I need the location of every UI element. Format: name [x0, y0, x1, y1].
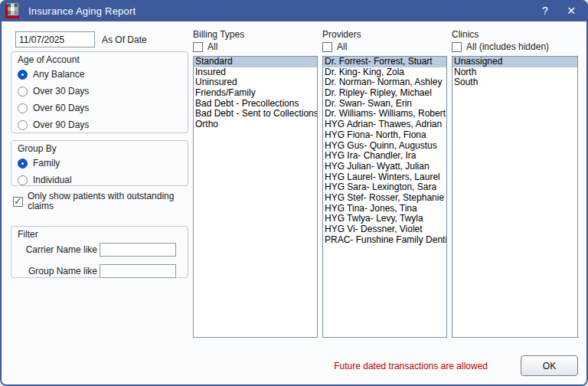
ok-button[interactable]: OK	[521, 355, 578, 376]
group-by-title: Group By	[18, 143, 188, 155]
list-item[interactable]: South	[452, 77, 577, 88]
list-item[interactable]: Dr. Ripley- Ripley, Michael	[323, 88, 446, 99]
providers-listbox[interactable]: Dr. Forrest- Forrest, StuartDr. King- Ki…	[322, 56, 447, 338]
insurance-aging-report-dialog: Insurance Aging Report ? ✕ As Of Date Ag…	[0, 0, 588, 386]
group-by-options: FamilyIndividual	[11, 156, 188, 187]
list-item[interactable]: North	[452, 67, 577, 78]
filter-fields: Carrier Name likeGroup Name like	[11, 242, 188, 279]
checkbox-icon[interactable]	[13, 197, 23, 207]
list-item[interactable]: Insured	[194, 67, 317, 78]
radio-option-over-30-days[interactable]: Over 30 Days	[18, 84, 188, 98]
filter-row-carrier-name: Carrier Name like	[11, 242, 188, 257]
app-grid-icon	[5, 3, 21, 18]
list-item[interactable]: Standard	[194, 57, 317, 67]
title-bar: Insurance Aging Report ? ✕	[0, 0, 588, 21]
list-item[interactable]: HYG Sara- Lexington, Sara	[323, 182, 446, 193]
group-by-groupbox: Group By FamilyIndividual	[11, 140, 188, 186]
radio-option-over-60-days[interactable]: Over 60 Days	[18, 101, 188, 115]
radio-label: Over 60 Days	[33, 103, 89, 113]
age-of-account-groupbox: Age of Account Any BalanceOver 30 DaysOv…	[11, 51, 188, 133]
as-of-date-input[interactable]	[15, 31, 95, 47]
list-item[interactable]: Dr. Norman- Norman, Ashley	[323, 77, 446, 88]
billing-types-title: Billing Types	[193, 29, 244, 40]
list-item[interactable]: HYG Twlya- Levy, Twyla	[323, 214, 446, 224]
list-item[interactable]: Bad Debt - Precollections	[194, 99, 317, 110]
close-button[interactable]: ✕	[564, 5, 579, 17]
radio-label: Individual	[33, 175, 72, 185]
checkbox-icon[interactable]	[452, 42, 462, 52]
radio-icon[interactable]	[18, 175, 28, 185]
radio-icon[interactable]	[18, 159, 28, 168]
list-item[interactable]: HYG Stef- Rosser, Stephanie	[323, 193, 446, 204]
billing-types-all-label: All	[207, 42, 217, 52]
checkbox-icon[interactable]	[322, 42, 332, 52]
list-item[interactable]: Uninsured	[194, 77, 317, 88]
providers-all-row[interactable]: All	[322, 42, 347, 52]
radio-icon[interactable]	[18, 103, 28, 113]
list-item[interactable]: HYG Gus- Quinn, Augustus	[323, 141, 446, 152]
list-item[interactable]: HYG Fiona- North, Fiona	[323, 130, 446, 141]
filter-groupbox: Filter Carrier Name likeGroup Name like	[11, 226, 188, 278]
radio-label: Any Balance	[33, 69, 84, 80]
providers-all-label: All	[337, 42, 347, 52]
list-item[interactable]: Unassigned	[452, 57, 577, 67]
filter-row-group-name: Group Name like	[11, 263, 188, 279]
radio-option-individual[interactable]: Individual	[18, 173, 188, 187]
radio-icon[interactable]	[18, 87, 28, 96]
age-of-account-options: Any BalanceOver 30 DaysOver 60 DaysOver …	[11, 67, 188, 132]
billing-types-all-row[interactable]: All	[193, 42, 217, 52]
outstanding-claims-label: Only show patients with outstanding clai…	[28, 191, 181, 211]
clinics-all-label: All (includes hidden)	[466, 42, 549, 52]
list-item[interactable]: Dr. Williams- Williams, Robert	[323, 109, 446, 119]
list-item[interactable]: Friends/Family	[194, 88, 317, 99]
clinics-all-row[interactable]: All (includes hidden)	[452, 42, 549, 52]
list-item[interactable]: Dr. Swan- Swan, Erin	[323, 99, 446, 110]
list-item[interactable]: PRAC- Funshine Family Dentis	[323, 235, 446, 246]
carrier-name-input[interactable]	[100, 243, 176, 257]
list-item[interactable]: Ortho	[194, 119, 317, 130]
list-item[interactable]: HYG Adrian- Thawes, Adrian	[323, 119, 446, 130]
list-item[interactable]: HYG Julian- Wyatt, Julian	[323, 162, 446, 172]
clinics-listbox[interactable]: UnassignedNorthSouth	[452, 56, 578, 338]
radio-label: Over 90 Days	[33, 119, 89, 130]
radio-option-any-balance[interactable]: Any Balance	[18, 67, 188, 81]
checkbox-icon[interactable]	[193, 42, 203, 52]
billing-types-listbox[interactable]: StandardInsuredUninsuredFriends/FamilyBa…	[193, 56, 318, 338]
future-dated-warning: Future dated transactions are allowed	[334, 361, 488, 371]
list-item[interactable]: HYG Tina- Jones, Tina	[323, 204, 446, 214]
list-item[interactable]: HYG Ira- Chandler, Ira	[323, 151, 446, 162]
as-of-date-label: As Of Date	[102, 34, 147, 45]
list-item[interactable]: HYG Laurel- Winters, Laurel	[323, 172, 446, 183]
providers-title: Providers	[322, 29, 361, 40]
radio-option-family[interactable]: Family	[18, 156, 188, 170]
radio-label: Over 30 Days	[33, 86, 89, 96]
list-item[interactable]: HYG Vi- Dessner, Violet	[323, 224, 446, 235]
age-of-account-title: Age of Account	[18, 54, 188, 66]
outstanding-claims-checkbox-row[interactable]: Only show patients with outstanding clai…	[13, 191, 183, 211]
group-name-input[interactable]	[100, 264, 176, 278]
radio-icon[interactable]	[18, 70, 28, 80]
help-button[interactable]: ?	[537, 5, 553, 17]
list-item[interactable]: Bad Debt - Sent to Collections	[194, 109, 317, 119]
radio-label: Family	[33, 158, 60, 168]
clinics-title: Clinics	[452, 29, 479, 40]
filter-title: Filter	[18, 229, 188, 240]
radio-option-over-90-days[interactable]: Over 90 Days	[18, 118, 188, 132]
list-item[interactable]: Dr. King- King, Zola	[323, 67, 446, 78]
radio-icon[interactable]	[18, 120, 28, 130]
window-title: Insurance Aging Report	[28, 5, 136, 17]
list-item[interactable]: Dr. Forrest- Forrest, Stuart	[323, 57, 446, 67]
group-name-label: Group Name like	[11, 266, 97, 276]
carrier-name-label: Carrier Name like	[11, 244, 97, 255]
